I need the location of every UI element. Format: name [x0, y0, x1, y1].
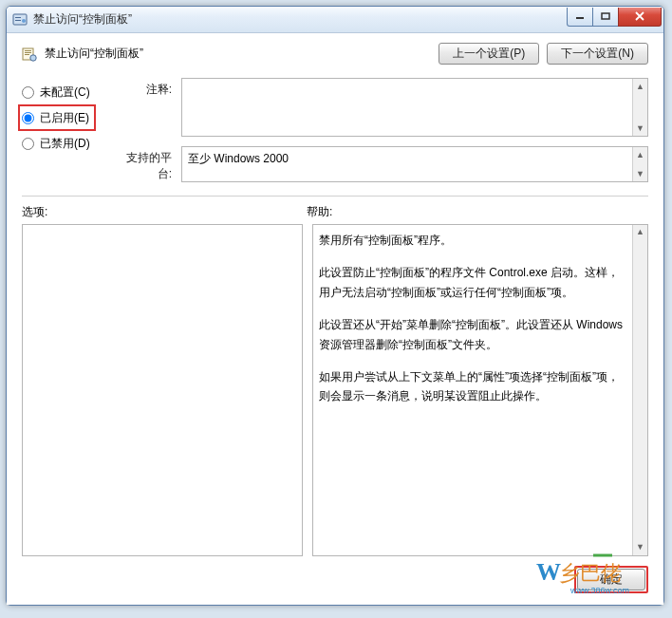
top-grid: 未配置(C) 已启用(E) 已禁用(D) 注释: [22, 78, 648, 182]
scroll-up-icon[interactable]: ▲ [633, 225, 647, 240]
maximize-button[interactable] [592, 8, 619, 27]
scroll-down-icon[interactable]: ▼ [633, 121, 647, 136]
nav-buttons: 上一个设置(P) 下一个设置(N) [439, 43, 648, 65]
header-row: 禁止访问“控制面板” 上一个设置(P) 下一个设置(N) [22, 43, 648, 65]
previous-setting-button[interactable]: 上一个设置(P) [439, 43, 539, 65]
radio-disabled-input[interactable] [22, 138, 34, 150]
svg-rect-7 [25, 50, 31, 51]
comment-scrollbar[interactable]: ▲ ▼ [632, 79, 647, 136]
meta-column: 注释: ▲ ▼ 支持的平台: 至少 Windows 2000 ▲ [113, 78, 648, 182]
next-setting-button[interactable]: 下一个设置(N) [547, 43, 648, 65]
policy-icon [22, 47, 37, 62]
svg-rect-2 [15, 20, 21, 21]
window-title: 禁止访问“控制面板” [33, 11, 568, 28]
radio-enabled-input[interactable] [22, 112, 34, 124]
policy-app-icon [12, 12, 28, 28]
help-paragraph: 如果用户尝试从上下文菜单上的“属性”项选择“控制面板”项，则会显示一条消息，说明… [319, 367, 628, 406]
scroll-up-icon[interactable]: ▲ [633, 79, 647, 94]
dialog-window: 禁止访问“控制面板” 禁止访问“控制面板” 上一个设置(P) 下一个设置(N) [6, 6, 664, 606]
radio-not-configured-label: 未配置(C) [40, 84, 90, 101]
radio-not-configured-input[interactable] [22, 86, 34, 99]
help-paragraph: 禁用所有“控制面板”程序。 [319, 231, 628, 250]
platform-label: 支持的平台: [113, 146, 172, 182]
enabled-highlight: 已启用(E) [18, 104, 96, 131]
radio-disabled-label: 已禁用(D) [40, 136, 90, 152]
footer: 确定 W 乡巴佬 www.386w.com [22, 566, 648, 593]
svg-rect-8 [25, 52, 31, 53]
help-label: 帮助: [307, 204, 648, 220]
options-pane[interactable] [22, 224, 303, 556]
radio-disabled[interactable]: 已禁用(D) [22, 131, 113, 156]
state-radio-group: 未配置(C) 已启用(E) 已禁用(D) [22, 78, 113, 182]
minimize-button[interactable] [567, 8, 593, 27]
scroll-up-icon[interactable]: ▲ [633, 147, 647, 162]
help-pane[interactable]: 禁用所有“控制面板”程序。 此设置防止“控制面板”的程序文件 Control.e… [312, 224, 648, 556]
help-paragraph: 此设置还从“开始”菜单删除“控制面板”。此设置还从 Windows 资源管理器删… [319, 315, 628, 354]
platform-scrollbar[interactable]: ▲ ▼ [632, 147, 647, 181]
window-controls [568, 8, 662, 27]
platform-row: 支持的平台: 至少 Windows 2000 ▲ ▼ [113, 146, 648, 182]
policy-title: 禁止访问“控制面板” [45, 46, 439, 62]
scroll-down-icon[interactable]: ▼ [633, 166, 647, 181]
close-button[interactable] [618, 8, 662, 27]
svg-rect-4 [576, 17, 584, 19]
help-scrollbar[interactable]: ▲ ▼ [632, 225, 647, 555]
svg-rect-1 [15, 17, 21, 18]
radio-not-configured[interactable]: 未配置(C) [22, 80, 113, 104]
pane-labels: 选项: 帮助: [22, 204, 648, 220]
svg-point-10 [30, 54, 36, 60]
platform-box: 至少 Windows 2000 ▲ ▼ [181, 146, 648, 182]
ok-highlight: 确定 [574, 566, 648, 593]
radio-enabled-label: 已启用(E) [40, 110, 89, 126]
comment-row: 注释: ▲ ▼ [113, 78, 648, 137]
titlebar[interactable]: 禁止访问“控制面板” [7, 7, 663, 33]
options-label: 选项: [22, 204, 307, 220]
section-divider [22, 196, 648, 197]
client-area: 禁止访问“控制面板” 上一个设置(P) 下一个设置(N) 未配置(C) 已启用(… [7, 33, 663, 605]
svg-rect-5 [602, 13, 609, 19]
svg-rect-9 [25, 54, 29, 55]
ok-button[interactable]: 确定 [577, 569, 645, 590]
svg-point-3 [22, 19, 26, 23]
platform-value: 至少 Windows 2000 [188, 152, 289, 165]
scroll-down-icon[interactable]: ▼ [633, 540, 647, 555]
radio-enabled[interactable]: 已启用(E) [22, 108, 90, 127]
svg-text:W: W [536, 558, 561, 586]
comment-textarea[interactable]: ▲ ▼ [181, 78, 648, 137]
comment-label: 注释: [113, 78, 172, 98]
panes: 禁用所有“控制面板”程序。 此设置防止“控制面板”的程序文件 Control.e… [22, 224, 648, 556]
help-paragraph: 此设置防止“控制面板”的程序文件 Control.exe 启动。这样，用户无法启… [319, 263, 628, 302]
